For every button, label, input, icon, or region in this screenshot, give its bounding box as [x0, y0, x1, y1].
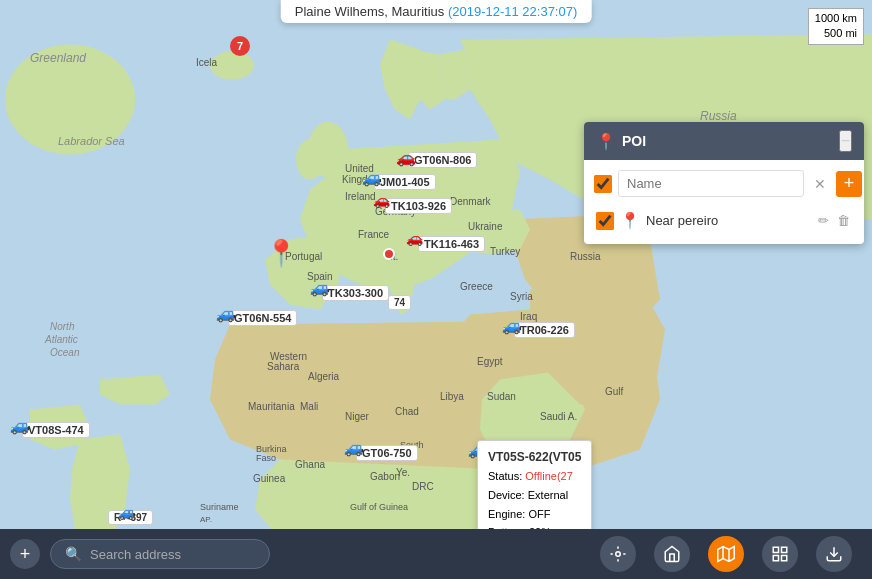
svg-text:Denmark: Denmark [450, 196, 492, 207]
nav-grid-button[interactable] [762, 536, 798, 572]
svg-text:Suriname: Suriname [200, 502, 239, 512]
svg-text:DRC: DRC [412, 481, 434, 492]
bottom-bar: + 🔍 Search address [0, 529, 872, 579]
map-container[interactable]: Labrador Sea North Atlantic Ocean Greenl… [0, 0, 872, 579]
vehicle-label-tk116463[interactable]: TK116-463 [418, 236, 485, 252]
map-svg: Labrador Sea North Atlantic Ocean Greenl… [0, 0, 872, 579]
poi-add-button[interactable]: + [836, 171, 862, 197]
svg-rect-57 [782, 556, 787, 561]
svg-text:Russia: Russia [700, 109, 737, 123]
svg-text:Atlantic: Atlantic [44, 334, 78, 345]
vehicle-icon-tr06226: 🚙 [502, 316, 522, 335]
search-icon: 🔍 [65, 546, 82, 562]
svg-text:Ghana: Ghana [295, 459, 325, 470]
poi-close-button[interactable]: − [839, 130, 852, 152]
vehicle-icon-tk303300: 🚙 [310, 278, 330, 297]
svg-text:Libya: Libya [440, 391, 464, 402]
svg-text:Chad: Chad [395, 406, 419, 417]
scale-mi: 500 mi [815, 26, 857, 41]
poi-panel: 📍 POI − ✕ + 📍 Near pereiro ✏ 🗑 [584, 122, 864, 244]
svg-text:Ye.: Ye. [396, 467, 410, 478]
svg-text:Egypt: Egypt [477, 356, 503, 367]
poi-search-input[interactable] [618, 170, 804, 197]
nav-home-button[interactable] [654, 536, 690, 572]
poi-item-delete-button[interactable]: 🗑 [835, 211, 852, 230]
vehicle-label-vt08s474[interactable]: VT08S-474 [22, 422, 90, 438]
svg-text:Niger: Niger [345, 411, 370, 422]
svg-point-4 [296, 140, 324, 180]
search-address-field[interactable]: 🔍 Search address [50, 539, 270, 569]
zoom-in-button[interactable]: + [10, 539, 40, 569]
svg-text:Greece: Greece [460, 281, 493, 292]
vehicle-icon-gt06750: 🚙 [344, 438, 364, 457]
vehicle-icon-tk103926: 🚗 [373, 192, 390, 208]
popup-status-label: Status: [488, 470, 522, 482]
vehicle-icon-jm01405: 🚙 [362, 168, 382, 187]
svg-text:Turkey: Turkey [490, 246, 520, 257]
svg-text:Russia: Russia [570, 251, 601, 262]
vehicle-icon-tk116463: 🚗 [406, 230, 423, 246]
vehicle-label-tr06226[interactable]: TR06-226 [514, 322, 575, 338]
svg-marker-51 [718, 547, 735, 562]
poi-item: 📍 Near pereiro ✏ 🗑 [594, 207, 854, 234]
popup-status: Status: Offline(27 [488, 467, 581, 486]
vehicle-extra-74: 74 [388, 295, 411, 310]
datetime-text: (2019-12-11 22:37:07) [448, 4, 577, 19]
poi-item-name: Near pereiro [646, 213, 810, 228]
svg-text:Syria: Syria [510, 291, 533, 302]
bottom-nav-icons [280, 536, 862, 572]
poi-item-actions: ✏ 🗑 [816, 211, 852, 230]
poi-item-location-icon: 📍 [620, 211, 640, 230]
popup-engine-value: OFF [528, 508, 550, 520]
svg-text:Saudi A.: Saudi A. [540, 411, 577, 422]
vehicle-label-gt06n806[interactable]: GT06N-806 [408, 152, 477, 168]
vehicle-icon-rplus397: 🚙 [118, 504, 135, 520]
svg-text:Gulf: Gulf [605, 386, 624, 397]
vehicle-label-gt06n554[interactable]: GT06N-554 [228, 310, 297, 326]
poi-title: POI [622, 133, 646, 149]
vehicle-icon-gt06n554: 🚙 [216, 304, 236, 323]
iceland-count-badge: 7 [230, 36, 250, 56]
poi-item-edit-button[interactable]: ✏ [816, 211, 831, 230]
svg-text:Algeria: Algeria [308, 371, 340, 382]
popup-title: VT05S-622(VT05 [488, 447, 581, 467]
nav-map-button[interactable] [708, 536, 744, 572]
poi-clear-button[interactable]: ✕ [810, 174, 830, 194]
popup-engine-label: Engine: [488, 508, 525, 520]
svg-text:Labrador Sea: Labrador Sea [58, 135, 125, 147]
svg-text:Mali: Mali [300, 401, 318, 412]
svg-text:North: North [50, 321, 75, 332]
vehicle-label-tk103926[interactable]: TK103-926 [385, 198, 452, 214]
svg-text:Ocean: Ocean [50, 347, 80, 358]
svg-text:Iraq: Iraq [520, 311, 537, 322]
vehicle-icon-vt08s474: 🚙 [10, 416, 30, 435]
poi-header: 📍 POI − [584, 122, 864, 160]
scale-km: 1000 km [815, 11, 857, 26]
map-pin-main[interactable]: 📍 [265, 238, 297, 269]
vehicle-label-jm01405[interactable]: JM01-405 [374, 174, 436, 190]
location-text: Plaine Wilhems, Mauritius [295, 4, 445, 19]
vehicle-label-tk303300[interactable]: TK303-300 [322, 285, 389, 301]
svg-rect-55 [782, 547, 787, 552]
poi-location-pin-icon: 📍 [596, 132, 616, 151]
svg-rect-54 [773, 547, 778, 552]
svg-text:Sudan: Sudan [487, 391, 516, 402]
svg-text:Icela: Icela [196, 57, 218, 68]
svg-text:Ireland: Ireland [345, 191, 376, 202]
svg-text:Guinea: Guinea [253, 473, 286, 484]
nav-download-button[interactable] [816, 536, 852, 572]
svg-text:Greenland: Greenland [30, 51, 86, 65]
svg-text:Ukraine: Ukraine [468, 221, 503, 232]
poi-item-checkbox[interactable] [596, 212, 614, 230]
poi-search-checkbox[interactable] [594, 175, 612, 193]
svg-point-50 [616, 552, 621, 557]
popup-engine: Engine: OFF [488, 505, 581, 524]
poi-body: ✕ + 📍 Near pereiro ✏ 🗑 [584, 160, 864, 244]
popup-device: Device: External [488, 486, 581, 505]
scale-bar: 1000 km 500 mi [808, 8, 864, 45]
nav-location-button[interactable] [600, 536, 636, 572]
svg-text:France: France [358, 229, 390, 240]
popup-device-value: External [528, 489, 568, 501]
vehicle-label-gt06750[interactable]: GT06-750 [356, 445, 418, 461]
map-dot-greece [383, 248, 395, 260]
